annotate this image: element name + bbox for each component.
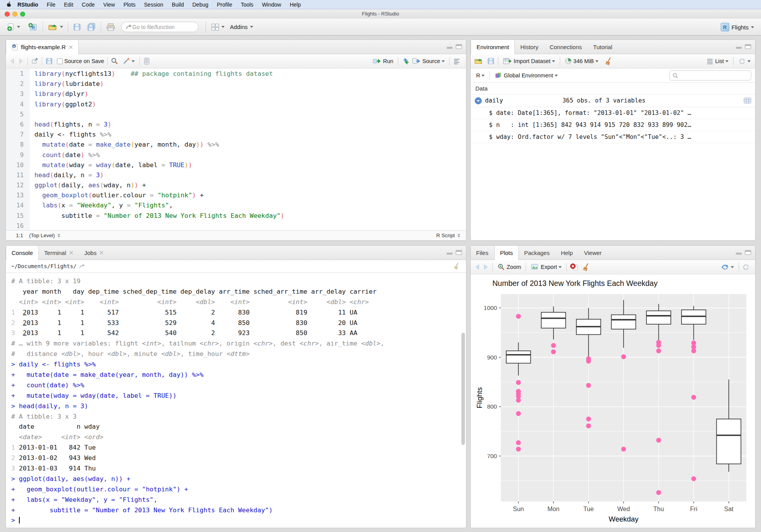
console-scrollbar[interactable]: [461, 333, 465, 445]
save-source-icon[interactable]: [45, 57, 53, 65]
clear-all-plots-icon[interactable]: [582, 263, 590, 271]
load-workspace-icon[interactable]: [474, 57, 484, 65]
object-detail-row[interactable]: $ date: Date[1:365], format: "2013-01-01…: [471, 107, 755, 119]
tab-connections[interactable]: Connections: [544, 40, 588, 54]
r-language-button[interactable]: R: [475, 71, 486, 80]
close-tab-icon[interactable]: [69, 251, 73, 255]
tab-files[interactable]: Files: [471, 246, 494, 260]
environment-object-row[interactable]: daily 365 obs. of 3 variables: [471, 94, 755, 107]
source-on-save-checkbox[interactable]: [57, 58, 63, 64]
env-view-mode-button[interactable]: List: [705, 57, 730, 65]
tab-environment[interactable]: Environment: [471, 40, 515, 54]
maximize-pane-icon[interactable]: [456, 44, 462, 49]
goto-file-function-input[interactable]: [132, 24, 190, 30]
code-line[interactable]: 7daily <- flights %>%: [6, 130, 466, 140]
minimize-pane-icon[interactable]: [446, 44, 453, 49]
tab-jobs[interactable]: Jobs: [79, 246, 110, 260]
back-icon[interactable]: [9, 58, 17, 65]
maximize-pane-icon[interactable]: [456, 250, 462, 255]
code-line[interactable]: 15 subtitle = "Number of 2013 New York F…: [6, 211, 466, 221]
show-in-new-window-icon[interactable]: [31, 58, 39, 65]
code-editor[interactable]: 1library(nycflights13) ## package contai…: [6, 69, 466, 230]
code-line[interactable]: 14 labs(x = "Weekday", y = "Flights",: [6, 200, 466, 210]
rerun-icon[interactable]: [401, 58, 411, 65]
project-selector[interactable]: R Flights: [721, 19, 754, 36]
minimize-pane-icon[interactable]: [735, 44, 742, 49]
menu-item-session[interactable]: Session: [140, 2, 168, 8]
compile-report-icon[interactable]: [143, 57, 151, 65]
menu-item-rstudio[interactable]: RStudio: [13, 2, 43, 8]
code-line[interactable]: 13 geom_boxplot(outlier.colour = "hotpin…: [6, 190, 466, 200]
remove-plot-icon[interactable]: [570, 263, 578, 271]
menu-item-window[interactable]: Window: [258, 2, 286, 8]
expand-object-icon[interactable]: [475, 97, 482, 104]
publish-plot-button[interactable]: [719, 262, 735, 272]
memory-usage-button[interactable]: 346 MiB: [563, 56, 600, 66]
import-dataset-button[interactable]: Import Dataset: [501, 56, 557, 66]
save-button[interactable]: [71, 22, 83, 33]
previous-plot-icon[interactable]: [474, 263, 482, 270]
find-replace-icon[interactable]: [111, 57, 118, 65]
open-file-button[interactable]: [46, 21, 65, 33]
code-line[interactable]: 16: [6, 221, 466, 230]
code-tools-button[interactable]: [121, 56, 136, 66]
tab-help[interactable]: Help: [555, 246, 579, 260]
export-plot-button[interactable]: Export: [529, 262, 563, 272]
refresh-environment-button[interactable]: [737, 56, 752, 66]
next-plot-icon[interactable]: [482, 263, 489, 270]
apple-icon[interactable]: [5, 2, 12, 8]
save-workspace-icon[interactable]: [487, 57, 495, 65]
code-line[interactable]: 10 mutate(wday = wday(date, label = TRUE…: [6, 160, 466, 170]
tab-tutorial[interactable]: Tutorial: [588, 40, 618, 54]
minimize-pane-icon[interactable]: [735, 250, 742, 255]
pane-layout-button[interactable]: [209, 21, 226, 33]
environment-selector[interactable]: Global Environment: [493, 70, 559, 80]
code-line[interactable]: 3library(dplyr): [6, 89, 466, 99]
run-button[interactable]: Run: [371, 56, 395, 66]
tab-viewer[interactable]: Viewer: [579, 246, 608, 260]
tab-terminal[interactable]: Terminal: [39, 246, 79, 260]
environment-search-input[interactable]: [678, 73, 744, 79]
object-detail-row[interactable]: $ n : int [1:365] 842 943 914 915 720 83…: [471, 119, 755, 131]
code-line[interactable]: 11head(daily, n = 3): [6, 170, 466, 180]
tab-history[interactable]: History: [515, 40, 544, 54]
new-file-button[interactable]: [5, 21, 22, 33]
clear-environment-icon[interactable]: [605, 57, 613, 65]
zoom-plot-button[interactable]: Zoom: [496, 262, 523, 272]
code-line[interactable]: 12ggplot(daily, aes(wday, n)) +: [6, 180, 466, 190]
goto-file-function-box[interactable]: [121, 22, 199, 32]
maximize-pane-icon[interactable]: [745, 250, 751, 255]
code-line[interactable]: 6head(flights, n = 3): [6, 120, 466, 130]
menu-item-plots[interactable]: Plots: [119, 2, 140, 8]
clear-console-icon[interactable]: [453, 262, 461, 270]
source-on-save-toggle[interactable]: Source on Save: [57, 58, 104, 64]
tab-console[interactable]: Console: [6, 246, 39, 260]
menu-item-view[interactable]: View: [99, 2, 119, 8]
code-line[interactable]: 9 count(date) %>%: [6, 150, 466, 160]
code-line[interactable]: 2library(lubridate): [6, 79, 466, 89]
menu-item-edit[interactable]: Edit: [60, 2, 77, 8]
menu-item-tools[interactable]: Tools: [237, 2, 258, 8]
refresh-plot-icon[interactable]: [742, 263, 750, 271]
object-detail-row[interactable]: $ wday: Ord.factor w/ 7 levels "Sun"<"Mo…: [471, 131, 755, 143]
menu-item-debug[interactable]: Debug: [188, 2, 213, 8]
source-button[interactable]: Source: [411, 56, 446, 66]
environment-search-box[interactable]: [669, 70, 751, 80]
save-all-button[interactable]: [85, 21, 98, 33]
close-tab-icon[interactable]: [69, 45, 73, 49]
menu-item-profile[interactable]: Profile: [213, 2, 237, 8]
document-outline-icon[interactable]: [453, 58, 461, 65]
tab-packages[interactable]: Packages: [519, 246, 555, 260]
tab-flights-example[interactable]: R flights-example.R: [6, 40, 79, 54]
view-table-icon[interactable]: [744, 97, 751, 104]
new-project-button[interactable]: R: [26, 21, 39, 33]
scope-selector[interactable]: (Top Level) ⇕: [29, 233, 61, 238]
code-line[interactable]: 8 mutate(date = make_date(year, month, d…: [6, 140, 466, 150]
tab-plots[interactable]: Plots: [494, 246, 519, 260]
close-tab-icon[interactable]: [99, 251, 103, 255]
addins-button[interactable]: Addins: [226, 22, 255, 31]
code-line[interactable]: 5: [6, 109, 466, 120]
menu-item-code[interactable]: Code: [77, 2, 99, 8]
menu-item-file[interactable]: File: [43, 2, 60, 8]
console-output[interactable]: # A tibble: 3 x 19 year month day dep_ti…: [6, 273, 466, 528]
